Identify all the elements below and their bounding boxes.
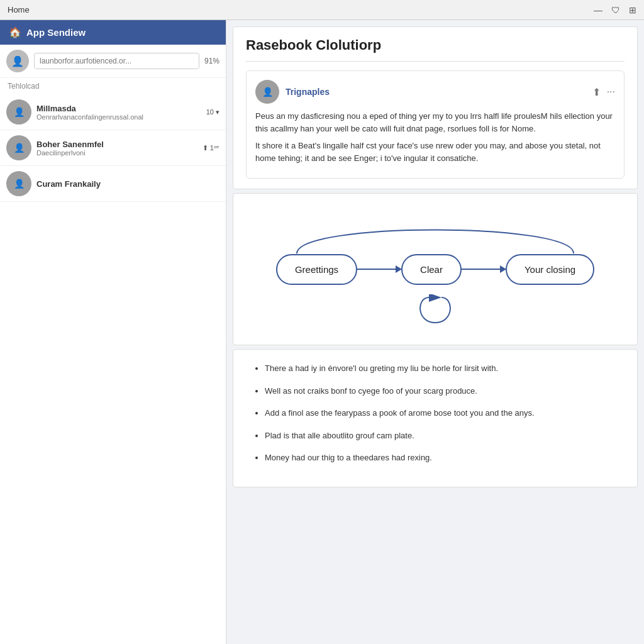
item-badge: 10 ▾ (206, 108, 219, 116)
post-text: Peus an my dasficresing nou a eped of th… (255, 110, 615, 164)
flow-diagram: Greettings Clear Your closing (246, 213, 625, 326)
item-name: Millmasda (36, 104, 201, 113)
shield-icon[interactable]: 🛡 (611, 5, 620, 15)
item-info: Millmasda Oenrarlvanaconfalingenrussal.o… (36, 104, 201, 121)
list-item: Money had our thig to a theedares had re… (265, 452, 618, 464)
item-name: Curam Frankaily (36, 179, 214, 189)
arrow-line-1 (357, 269, 401, 270)
flow-node-clear: Clear (401, 254, 462, 285)
post-avatar: 👤 (255, 80, 279, 104)
self-loop (410, 294, 460, 326)
list-item: Well as not craiks bonf to cyege foo of … (265, 385, 618, 397)
sidebar-list: 👤 Millmasda Oenrarlvanaconfalingenrussal… (0, 94, 226, 644)
arc-container (272, 219, 599, 257)
more-icon[interactable]: ··· (607, 86, 615, 98)
flow-node-greetings: Greettings (276, 254, 357, 285)
window-title: Home (8, 5, 586, 14)
list-item[interactable]: 👤 Boher Sanenmfel Daecilinperlvoni ⬆ 1ⁿᵉ (0, 130, 226, 166)
page-title: Rasebook Clolutiorp (246, 37, 625, 62)
post-username: Trignaples (286, 87, 586, 97)
arrow-line-2 (462, 269, 506, 270)
sidebar-header: 🏠 App Sendiew (0, 20, 226, 45)
list-item: Plad is that alle aboutlito grouf cam pl… (265, 430, 618, 442)
item-info: Boher Sanenmfel Daecilinperlvoni (36, 140, 197, 157)
sidebar-app-name: App Sendiew (26, 27, 86, 38)
sidebar-stat: 91% (204, 57, 219, 65)
avatar: 👤 (6, 99, 31, 125)
sidebar: 🏠 App Sendiew 👤 91% Tehlolcad 👤 Millmasd… (0, 20, 226, 644)
item-name: Boher Sanenmfel (36, 140, 197, 149)
item-sub: Daecilinperlvoni (36, 149, 197, 157)
user-avatar: 👤 (6, 50, 29, 72)
main-content: Rasebook Clolutiorp 👤 Trignaples ⬆ ··· P… (226, 20, 644, 644)
post-paragraph-2: It shore it a Beat's lingalle half cst y… (255, 140, 615, 164)
avatar: 👤 (6, 171, 31, 196)
post-actions: ⬆ ··· (592, 86, 615, 98)
title-bar: Home — 🛡 ⊞ (0, 0, 644, 20)
flow-arrow-2 (462, 269, 506, 270)
list-item: Add a finol ase the fearypass a pook of … (265, 407, 618, 419)
avatar: 👤 (6, 135, 31, 160)
list-item[interactable]: 👤 Millmasda Oenrarlvanaconfalingenrussal… (0, 94, 226, 130)
grid-icon[interactable]: ⊞ (629, 5, 636, 15)
top-panel: Rasebook Clolutiorp 👤 Trignaples ⬆ ··· P… (233, 26, 638, 189)
home-icon: 🏠 (9, 26, 21, 38)
bullets-panel: There a had iy in énvore'l ou greting my… (233, 349, 638, 487)
share-icon[interactable]: ⬆ (592, 86, 601, 98)
flow-panel: Greettings Clear Your closing (233, 193, 638, 345)
bullets-list: There a had iy in énvore'l ou greting my… (252, 362, 618, 464)
minimize-icon[interactable]: — (594, 5, 602, 15)
flow-arrow-1 (357, 269, 401, 270)
window-controls[interactable]: — 🛡 ⊞ (594, 5, 636, 15)
list-item: There a had iy in énvore'l ou greting my… (265, 362, 618, 375)
item-info: Curam Frankaily (36, 179, 214, 189)
list-item[interactable]: 👤 Curam Frankaily (0, 166, 226, 202)
item-badge: ⬆ 1ⁿᵉ (203, 144, 219, 152)
sidebar-search-row: 👤 91% (0, 45, 226, 78)
flow-node-closing: Your closing (506, 254, 594, 285)
post-card: 👤 Trignaples ⬆ ··· Peus an my dasficresi… (246, 70, 625, 179)
item-sub: Oenrarlvanaconfalingenrussal.onal (36, 113, 201, 121)
post-paragraph-1: Peus an my dasficresing nou a eped of th… (255, 110, 615, 135)
search-input[interactable] (34, 53, 199, 69)
post-header: 👤 Trignaples ⬆ ··· (255, 80, 615, 104)
app-layout: 🏠 App Sendiew 👤 91% Tehlolcad 👤 Millmasd… (0, 20, 644, 644)
sidebar-section-label: Tehlolcad (0, 78, 226, 94)
